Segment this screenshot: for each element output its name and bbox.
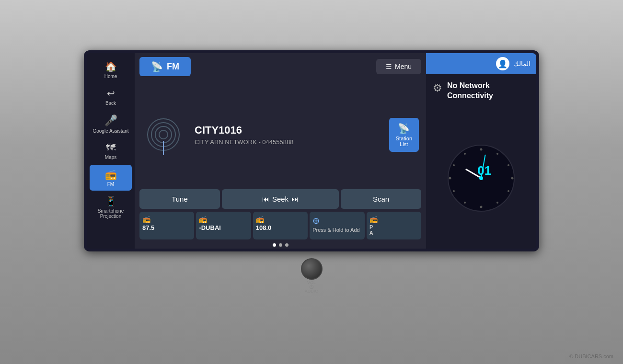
svg-point-10 [453,164,455,166]
sidebar-item-maps[interactable]: 🗺 Maps [90,138,132,164]
main-content: 📡 FM ☰ Menu [135,53,426,249]
clock-section: 01 [426,108,536,249]
preset-5-icon: 📻 [369,216,378,223]
scan-label: Scan [373,195,389,203]
sidebar: 🏠 Home ↩ Back 🎤 Google Assistant 🗺 Maps … [87,53,135,249]
station-list-icon: 📡 [398,123,410,134]
sidebar-item-google-assistant[interactable]: 🎤 Google Assistant [90,111,132,137]
station-area: CITY1016 CITY ARN NETWORK - 044555888 📡 … [135,80,426,189]
svg-point-0 [480,148,483,151]
svg-point-4 [508,190,509,192]
gear-icon: ⚙ [433,82,442,94]
seek-label: Seek [272,195,288,203]
preset-1-icon: 📻 [142,216,150,223]
preset-3-icon: 📻 [256,216,264,223]
svg-point-5 [496,202,498,204]
vol-knob-area: VOL⏻AUDIO [301,258,323,294]
preset-1-freq: 87.5 [142,224,154,231]
bottom-bar: VOL⏻AUDIO [84,254,539,297]
screen-bezel: 🏠 Home ↩ Back 🎤 Google Assistant 🗺 Maps … [84,50,539,251]
sidebar-ga-label: Google Assistant [92,128,128,134]
maps-icon: 🗺 [106,142,115,153]
sidebar-item-home[interactable]: 🏠 Home [90,57,132,83]
car-frame: 🏠 Home ↩ Back 🎤 Google Assistant 🗺 Maps … [0,0,623,364]
next-icon: ⏭ [291,195,299,203]
network-connectivity-text: No Network Connectivity [447,81,530,101]
sidebar-fm-label: FM [107,182,114,187]
clock-face: 01 [448,145,515,212]
presets-row: 📻 87.5 📻 -DUBAI 📻 108.0 ⊕ Press & Hold t… [135,212,426,242]
controls-row: Tune ⏮ Seek ⏭ Scan [135,189,426,212]
user-bar: المالك 👤 [426,53,536,74]
back-icon: ↩ [107,88,115,99]
sidebar-smartphone-label: Smartphone Projection [92,208,130,219]
top-bar: 📡 FM ☰ Menu [135,53,426,80]
preset-3[interactable]: 📻 108.0 [253,212,308,239]
dot-3 [285,243,288,247]
preset-2-freq: -DUBAI [199,224,221,231]
sidebar-home-label: Home [104,74,117,79]
copyright: © DUBICARS.com [569,353,613,359]
right-panel: المالك 👤 ⚙ No Network Connectivity [426,53,536,249]
preset-5[interactable]: 📻 PA [367,212,421,239]
station-sub: CITY ARN NETWORK - 044555888 [195,138,380,146]
seek-button[interactable]: ⏮ Seek ⏭ [222,189,339,209]
preset-2[interactable]: 📻 -DUBAI [196,212,251,239]
preset-1[interactable]: 📻 87.5 [139,212,194,239]
preset-add[interactable]: ⊕ Press & Hold to Add [310,212,364,239]
sidebar-item-back[interactable]: ↩ Back [90,84,132,110]
svg-point-11 [464,153,466,155]
antenna [163,141,164,155]
svg-point-8 [453,190,455,192]
home-icon: 🏠 [105,61,117,72]
svg-point-2 [508,164,509,166]
station-info: CITY1016 CITY ARN NETWORK - 044555888 [195,124,380,146]
tune-button[interactable]: Tune [139,189,220,209]
preset-5-freq: PA [369,224,373,236]
clock-display-number: 01 [477,163,491,178]
tune-label: Tune [172,195,188,203]
google-assistant-icon: 🎤 [104,114,117,127]
sidebar-item-fm[interactable]: 📻 FM [90,165,132,191]
vol-knob[interactable] [301,258,323,280]
dot-1 [273,243,276,247]
menu-label: Menu [395,63,412,70]
station-list-button[interactable]: 📡 Station List [389,118,419,152]
smartphone-icon: 📱 [105,195,117,207]
dot-2 [279,243,282,247]
scan-button[interactable]: Scan [341,189,421,209]
svg-point-9 [449,177,451,180]
vol-label: VOL⏻AUDIO [305,281,319,294]
station-name: CITY1016 [195,124,380,136]
preset-3-freq: 108.0 [256,224,272,231]
svg-point-7 [464,202,466,204]
svg-point-3 [511,177,514,180]
menu-icon: ☰ [386,63,392,70]
page-dots [135,242,426,249]
radio-animation [142,113,185,156]
svg-point-6 [480,206,483,208]
svg-point-1 [496,153,498,155]
station-list-label: Station List [396,136,412,147]
user-avatar: 👤 [496,57,509,70]
sidebar-maps-label: Maps [105,155,116,160]
network-section: ⚙ No Network Connectivity [426,74,536,108]
add-icon: ⊕ [312,216,320,226]
sidebar-back-label: Back [105,101,116,106]
prev-icon: ⏮ [262,195,269,203]
radio-signal-icon: 📡 [151,61,163,72]
sidebar-item-smartphone[interactable]: 📱 Smartphone Projection [90,192,132,223]
user-name: المالك [513,60,531,68]
menu-button[interactable]: ☰ Menu [376,59,421,74]
fm-icon: 📻 [105,169,117,180]
fm-label: FM [167,62,179,72]
screen: 🏠 Home ↩ Back 🎤 Google Assistant 🗺 Maps … [87,53,536,249]
preset-2-icon: 📻 [199,216,207,223]
fm-button[interactable]: 📡 FM [139,57,191,76]
preset-add-label: Press & Hold to Add [312,227,359,233]
